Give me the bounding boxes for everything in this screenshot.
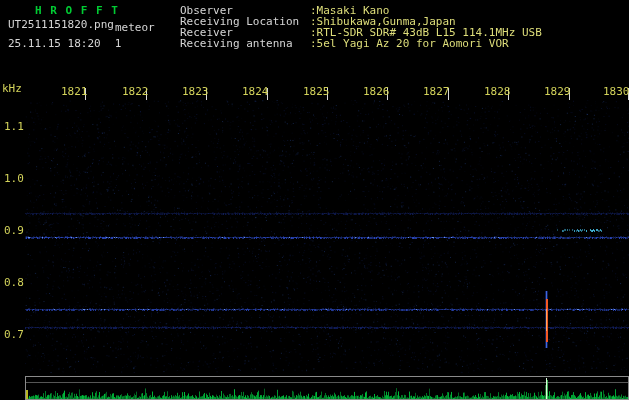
y-tick-label-0p8: 0.8 xyxy=(4,277,24,288)
station-name: meteor xyxy=(115,21,155,34)
output-filename: UT2511151820.png xyxy=(8,18,114,31)
x-tick-label-1821: 1821 xyxy=(61,86,88,97)
header-value-antenna: :5el Yagi Az 20 for Aomori VOR xyxy=(310,38,509,49)
header-label-antenna: Receiving antenna xyxy=(180,38,293,49)
file-line: UT2511151820.pngmeteor xyxy=(8,19,155,30)
x-tick-label-1824: 1824 xyxy=(242,86,269,97)
x-tick-label-1829: 1829 xyxy=(544,86,571,97)
x-tick-label-1825: 1825 xyxy=(303,86,330,97)
hrofft-output: H R O F F T UT2511151820.pngmeteor 25.11… xyxy=(0,0,629,400)
x-tick-label-1823: 1823 xyxy=(182,86,209,97)
y-tick-label-0p7: 0.7 xyxy=(4,329,24,340)
x-tick-label-1830: 1830. xyxy=(603,86,629,97)
spectrogram-canvas xyxy=(0,0,629,400)
y-tick-label-1p1: 1.1 xyxy=(4,121,24,132)
app-title: H R O F F T xyxy=(35,5,119,16)
datetime-text: 25.11.15 18:20 xyxy=(8,37,101,50)
x-tick-label-1822: 1822 xyxy=(122,86,149,97)
y-tick-label-1p0: 1.0 xyxy=(4,173,24,184)
x-tick-label-1828: 1828 xyxy=(484,86,511,97)
date-line: 25.11.15 18:201 xyxy=(8,38,121,49)
y-axis-unit-label: kHz xyxy=(2,83,22,94)
x-tick-label-1827: 1827 xyxy=(423,86,450,97)
x-tick-label-1826: 1826 xyxy=(363,86,390,97)
y-tick-label-0p9: 0.9 xyxy=(4,225,24,236)
image-counter: 1 xyxy=(115,37,122,50)
